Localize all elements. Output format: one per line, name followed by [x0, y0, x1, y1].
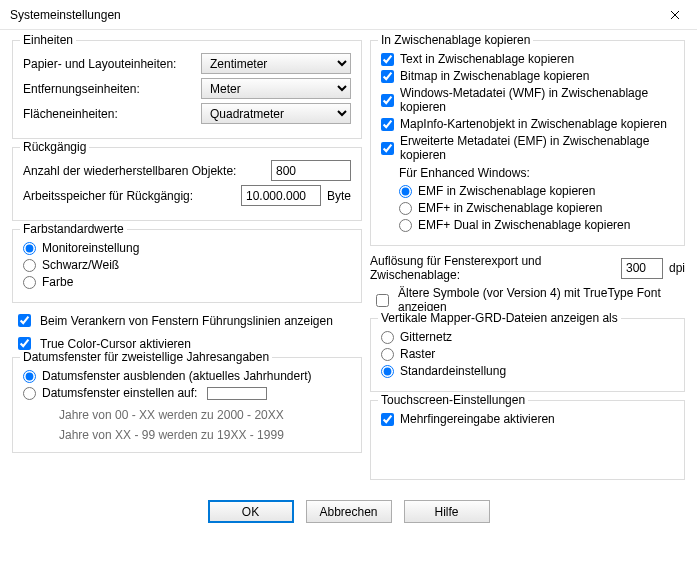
clip-bitmap-label: Bitmap in Zwischenablage kopieren — [400, 69, 589, 83]
resolution-row: Auflösung für Fensterexport und Zwischen… — [370, 254, 685, 282]
grd-grid-label: Gitternetz — [400, 330, 452, 344]
resolution-label: Auflösung für Fensterexport und Zwischen… — [370, 254, 615, 282]
touch-multi-label: Mehrfingereingabe aktivieren — [400, 412, 555, 426]
left-column: Einheiten Papier- und Layouteinheiten: Z… — [12, 40, 362, 488]
emf-plus-label: EMF+ in Zwischenablage kopieren — [418, 201, 602, 215]
emf-label: EMF in Zwischenablage kopieren — [418, 184, 595, 198]
area-units-select[interactable]: Quadratmeter — [201, 103, 351, 124]
resolution-input[interactable] — [621, 258, 663, 279]
clip-text-label: Text in Zwischenablage kopieren — [400, 52, 574, 66]
emf-plus-radio[interactable]: EMF+ in Zwischenablage kopieren — [381, 201, 674, 215]
undo-memory-label: Arbeitsspeicher für Rückgängig: — [23, 189, 241, 203]
dialog-buttons: OK Abbrechen Hilfe — [0, 494, 697, 533]
colors-group: Farbstandardwerte Monitoreinstellung Sch… — [12, 229, 362, 303]
emf-dual-label: EMF+ Dual in Zwischenablage kopieren — [418, 218, 630, 232]
resolution-unit: dpi — [669, 261, 685, 275]
date-hide-label: Datumsfenster ausblenden (aktuelles Jahr… — [42, 369, 311, 383]
date-hint1: Jahre von 00 - XX werden zu 2000 - 20XX — [23, 408, 351, 422]
emf-dual-radio[interactable]: EMF+ Dual in Zwischenablage kopieren — [381, 218, 674, 232]
date-hide-radio[interactable]: Datumsfenster ausblenden (aktuelles Jahr… — [23, 369, 351, 383]
units-legend: Einheiten — [20, 33, 76, 47]
touch-multi-check[interactable]: Mehrfingereingabe aktivieren — [381, 412, 674, 426]
ok-button[interactable]: OK — [208, 500, 294, 523]
cancel-button[interactable]: Abbrechen — [306, 500, 392, 523]
color-bw-label: Schwarz/Weiß — [42, 258, 119, 272]
close-button[interactable] — [652, 0, 697, 30]
units-group: Einheiten Papier- und Layouteinheiten: Z… — [12, 40, 362, 139]
close-icon — [670, 10, 680, 20]
undo-legend: Rückgängig — [20, 140, 89, 154]
titlebar: Systemeinstellungen — [0, 0, 697, 30]
clip-emf-ext-check[interactable]: Erweiterte Metadatei (EMF) in Zwischenab… — [381, 134, 674, 162]
colors-legend: Farbstandardwerte — [20, 222, 127, 236]
color-color-label: Farbe — [42, 275, 73, 289]
emf-radio[interactable]: EMF in Zwischenablage kopieren — [381, 184, 674, 198]
color-monitor-radio[interactable]: Monitoreinstellung — [23, 241, 351, 255]
grd-raster-label: Raster — [400, 347, 435, 361]
clip-bitmap-check[interactable]: Bitmap in Zwischenablage kopieren — [381, 69, 674, 83]
anchor-guides-check[interactable]: Beim Verankern von Fenstern Führungslini… — [14, 311, 362, 330]
clip-wmf-check[interactable]: Windows-Metadatei (WMF) in Zwischenablag… — [381, 86, 674, 114]
date-set-radio[interactable]: Datumsfenster einstellen auf: — [23, 386, 197, 400]
help-button[interactable]: Hilfe — [404, 500, 490, 523]
clip-mapinfo-check[interactable]: MapInfo-Kartenobjekt in Zwischenablage k… — [381, 117, 674, 131]
old-symbols-check[interactable]: Ältere Symbole (vor Version 4) mit TrueT… — [372, 286, 685, 314]
date-set-label: Datumsfenster einstellen auf: — [42, 386, 197, 400]
clip-mapinfo-label: MapInfo-Kartenobjekt in Zwischenablage k… — [400, 117, 667, 131]
clipboard-group: In Zwischenablage kopieren Text in Zwisc… — [370, 40, 685, 246]
grd-raster-radio[interactable]: Raster — [381, 347, 674, 361]
clipboard-legend: In Zwischenablage kopieren — [378, 33, 533, 47]
area-units-label: Flächeneinheiten: — [23, 107, 201, 121]
color-monitor-label: Monitoreinstellung — [42, 241, 139, 255]
touch-legend: Touchscreen-Einstellungen — [378, 393, 528, 407]
paper-units-select[interactable]: Zentimeter — [201, 53, 351, 74]
dialog-content: Einheiten Papier- und Layouteinheiten: Z… — [0, 30, 697, 494]
right-column: In Zwischenablage kopieren Text in Zwisc… — [370, 40, 685, 488]
touch-group: Touchscreen-Einstellungen Mehrfingereing… — [370, 400, 685, 480]
date-window-legend: Datumsfenster für zweistellige Jahresang… — [20, 350, 272, 364]
enhanced-label: Für Enhanced Windows: — [381, 166, 674, 180]
true-color-cursor-label: True Color-Cursor aktivieren — [40, 337, 191, 351]
distance-units-select[interactable]: Meter — [201, 78, 351, 99]
anchor-guides-label: Beim Verankern von Fenstern Führungslini… — [40, 314, 333, 328]
window-title: Systemeinstellungen — [10, 8, 121, 22]
color-color-radio[interactable]: Farbe — [23, 275, 351, 289]
clip-wmf-label: Windows-Metadatei (WMF) in Zwischenablag… — [400, 86, 674, 114]
distance-units-label: Entfernungseinheiten: — [23, 82, 201, 96]
date-hint2: Jahre von XX - 99 werden zu 19XX - 1999 — [23, 428, 351, 442]
clip-text-check[interactable]: Text in Zwischenablage kopieren — [381, 52, 674, 66]
date-set-radio-row: Datumsfenster einstellen auf: — [23, 386, 351, 400]
undo-memory-unit: Byte — [327, 189, 351, 203]
paper-units-label: Papier- und Layouteinheiten: — [23, 57, 201, 71]
grd-group: Vertikale Mapper-GRD-Dateien anzeigen al… — [370, 318, 685, 392]
date-set-input[interactable] — [207, 387, 267, 400]
grd-default-label: Standardeinstellung — [400, 364, 506, 378]
date-window-group: Datumsfenster für zweistellige Jahresang… — [12, 357, 362, 453]
clip-emf-ext-label: Erweiterte Metadatei (EMF) in Zwischenab… — [400, 134, 674, 162]
old-symbols-label: Ältere Symbole (vor Version 4) mit TrueT… — [398, 286, 685, 314]
grd-default-radio[interactable]: Standardeinstellung — [381, 364, 674, 378]
grd-grid-radio[interactable]: Gitternetz — [381, 330, 674, 344]
undo-memory-input[interactable] — [241, 185, 321, 206]
color-bw-radio[interactable]: Schwarz/Weiß — [23, 258, 351, 272]
undo-objects-input[interactable] — [271, 160, 351, 181]
undo-group: Rückgängig Anzahl der wiederherstellbare… — [12, 147, 362, 221]
undo-objects-label: Anzahl der wiederherstellbaren Objekte: — [23, 164, 271, 178]
grd-legend: Vertikale Mapper-GRD-Dateien anzeigen al… — [378, 311, 621, 325]
